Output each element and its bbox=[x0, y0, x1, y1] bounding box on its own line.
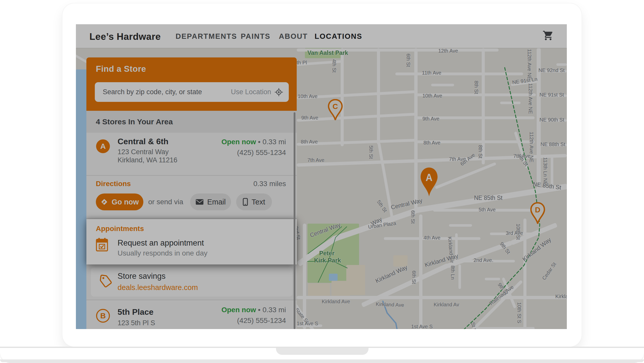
nav-departments[interactable]: DEPARTMENTS bbox=[176, 32, 237, 41]
map-label: th Pl bbox=[297, 60, 307, 66]
nav-locations[interactable]: LOCATIONS bbox=[315, 32, 362, 41]
map-label: 3rd Ave bbox=[506, 230, 523, 236]
scrollbar[interactable] bbox=[294, 112, 295, 329]
map-label: 4th St bbox=[331, 59, 337, 72]
store-row-b[interactable]: B 5th Place 123 5th Pl S Open now • 0.33… bbox=[86, 300, 297, 329]
svg-text:D: D bbox=[535, 205, 540, 214]
map-label: NE 90th St bbox=[539, 117, 564, 123]
store-distance: 0.33 mi bbox=[262, 138, 286, 146]
map-label: NE 85th St bbox=[474, 195, 502, 201]
map-label: 10th Ave bbox=[422, 93, 442, 99]
map-label: 7th Ave bbox=[307, 157, 324, 163]
store-savings-card[interactable]: Store savings deals.leeshardware.com bbox=[91, 268, 292, 297]
map-label: 11th Ave bbox=[422, 70, 441, 76]
appointments-title: Appointments bbox=[96, 225, 144, 233]
store-finder-panel: Find a Store Use Location bbox=[86, 57, 297, 329]
savings-link[interactable]: deals.leeshardware.com bbox=[118, 283, 198, 292]
map-label: NE 92nd St bbox=[538, 67, 565, 73]
open-status: Open now bbox=[221, 138, 256, 146]
store-meta: Open now • 0.33 mi (425) 555-1234 bbox=[221, 138, 286, 157]
use-location-button[interactable]: Use Location bbox=[231, 88, 283, 96]
map-label: 9th Ave bbox=[422, 116, 439, 122]
store-address-line1: 123 5th Pl S bbox=[118, 319, 155, 327]
use-location-label: Use Location bbox=[231, 88, 271, 96]
store-address-line1: 123 Central Way bbox=[118, 148, 169, 156]
crosshair-icon bbox=[274, 88, 283, 96]
finder-title: Find a Store bbox=[96, 64, 146, 74]
store-badge-a: A bbox=[96, 139, 110, 153]
laptop-base bbox=[0, 347, 644, 362]
nav-about[interactable]: ABOUT bbox=[279, 32, 308, 41]
map-label: 1st Ave S bbox=[297, 321, 318, 326]
browser-viewport: 12th AveVan Aalst Parkth Pl4th St6th St1… bbox=[76, 24, 567, 329]
calendar-check-icon bbox=[96, 238, 108, 253]
store-address-line2: Kirkland, WA 11216 bbox=[118, 156, 177, 164]
store-distance: 0.33 mi bbox=[262, 306, 286, 314]
envelope-icon bbox=[195, 199, 204, 205]
svg-text:C: C bbox=[332, 102, 338, 111]
separator: • bbox=[258, 138, 261, 146]
directions-section: Directions 0.33 miles Go now or send via bbox=[86, 176, 297, 219]
laptop-base-notch bbox=[276, 348, 369, 355]
directions-actions: Go now or send via Email bbox=[96, 193, 272, 210]
appointments-card[interactable]: Appointments Request an appointment Usua… bbox=[86, 219, 297, 264]
map-label: Kirkland Ave bbox=[376, 301, 404, 308]
store-badge-b: B bbox=[96, 309, 110, 323]
map-label: 113th Ln NE bbox=[542, 157, 548, 185]
shopping-cart-icon bbox=[543, 30, 554, 41]
directions-title: Directions bbox=[96, 180, 131, 188]
smartphone-icon bbox=[243, 198, 248, 206]
map-pin-d[interactable]: D bbox=[530, 202, 546, 225]
store-search-box: Use Location bbox=[95, 82, 289, 102]
open-status: Open now bbox=[221, 306, 256, 314]
map-label: 1st Ave S bbox=[411, 324, 433, 329]
map-label: NE 88th St bbox=[540, 141, 565, 147]
map-label: Peter bbox=[319, 250, 335, 257]
map-label: 12th Ave bbox=[438, 48, 458, 54]
text-label: Text bbox=[251, 198, 265, 206]
map-label: 6th St bbox=[410, 210, 416, 224]
map-pin-c[interactable]: C bbox=[327, 99, 343, 121]
store-phone: (425) 555-1234 bbox=[221, 149, 286, 157]
map-label: 5th St bbox=[368, 146, 374, 159]
site-logo: Lee’s Hardware bbox=[89, 31, 161, 42]
site-header: Lee’s Hardware DEPARTMENTS PAINTS ABOUT … bbox=[76, 24, 567, 48]
map-label: 10th St S bbox=[516, 302, 522, 323]
store-search-input[interactable] bbox=[102, 88, 231, 96]
map-label: Kirk Park bbox=[314, 257, 341, 264]
nav-paints[interactable]: PAINTS bbox=[241, 32, 270, 41]
store-name: Central & 6th bbox=[118, 137, 168, 146]
directions-diamond-icon bbox=[100, 198, 108, 206]
store-phone: (425) 555-1234 bbox=[221, 317, 286, 325]
store-meta: Open now • 0.33 mi (425) 555-1234 bbox=[221, 306, 286, 325]
appointment-response-note: Usually responds in one day bbox=[118, 249, 208, 257]
map-pin-a[interactable]: A bbox=[419, 167, 439, 198]
store-row-a[interactable]: A Central & 6th 123 Central Way Kirkland… bbox=[86, 133, 297, 176]
text-button[interactable]: Text bbox=[236, 193, 272, 210]
results-header: 4 Stores In Your Area bbox=[86, 111, 297, 133]
go-now-label: Go now bbox=[112, 198, 139, 206]
savings-title: Store savings bbox=[118, 272, 166, 281]
map-label: 112th Ave NE bbox=[527, 83, 533, 114]
map-label: 6th St bbox=[411, 271, 417, 284]
map-label: 8th St bbox=[477, 145, 483, 158]
email-button[interactable]: Email bbox=[190, 193, 231, 210]
map-label: 9th Ave bbox=[301, 115, 318, 121]
separator: • bbox=[258, 306, 261, 314]
map-label: 10th Ave bbox=[298, 93, 317, 99]
go-now-button[interactable]: Go now bbox=[96, 193, 143, 210]
map-label: Van Aalst Park bbox=[307, 50, 348, 56]
map-label: 5th Ave bbox=[479, 207, 496, 213]
cart-button[interactable] bbox=[543, 30, 554, 41]
store-savings-section: Store savings deals.leeshardware.com bbox=[86, 264, 297, 300]
map-label: 8th St bbox=[473, 81, 479, 94]
laptop-mockup: 12th AveVan Aalst Parkth Pl4th St6th St1… bbox=[0, 0, 644, 363]
map-label: 6th St bbox=[405, 54, 411, 67]
price-tag-icon bbox=[99, 275, 112, 289]
directions-distance: 0.33 miles bbox=[253, 180, 286, 188]
email-label: Email bbox=[207, 198, 226, 206]
map-label: 112th Ave NE bbox=[526, 49, 532, 80]
request-appointment-label: Request an appointment bbox=[118, 238, 204, 248]
map-label: Kirkland bbox=[555, 294, 567, 299]
map-label: 8th Ln bbox=[450, 265, 456, 280]
